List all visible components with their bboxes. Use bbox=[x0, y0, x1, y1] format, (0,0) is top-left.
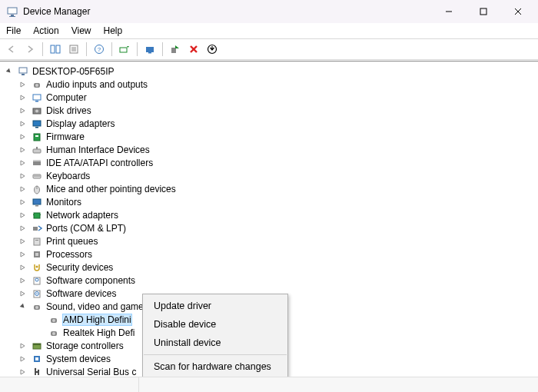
chevron-icon[interactable] bbox=[18, 302, 28, 311]
menu-action[interactable]: Action bbox=[33, 25, 58, 36]
tree-category[interactable]: Monitors bbox=[3, 195, 536, 208]
close-button[interactable] bbox=[500, 1, 535, 22]
chevron-icon[interactable] bbox=[18, 132, 28, 141]
minimize-button[interactable] bbox=[431, 1, 466, 22]
svg-rect-49 bbox=[35, 240, 38, 241]
enable-device-button[interactable] bbox=[167, 41, 184, 58]
category-label: Security devices bbox=[46, 262, 113, 273]
tree-root[interactable]: DESKTOP-05F65IP bbox=[3, 65, 536, 78]
uninstall-device-button[interactable] bbox=[185, 41, 202, 58]
tree-category[interactable]: Computer bbox=[3, 91, 536, 104]
category-label: Human Interface Devices bbox=[46, 145, 150, 155]
chevron-icon[interactable] bbox=[18, 184, 28, 194]
category-label: Computer bbox=[46, 92, 87, 103]
svg-rect-30 bbox=[33, 121, 41, 126]
category-icon bbox=[31, 261, 43, 274]
cm-uninstall-device[interactable]: Uninstall device bbox=[143, 334, 287, 352]
cm-scan-hardware[interactable]: Scan for hardware changes bbox=[143, 357, 287, 376]
svg-rect-31 bbox=[35, 127, 38, 128]
chevron-icon[interactable] bbox=[18, 145, 28, 154]
tree-category[interactable]: Human Interface Devices bbox=[3, 143, 536, 156]
tree-category[interactable]: Audio inputs and outputs bbox=[3, 78, 536, 91]
menu-file[interactable]: File bbox=[6, 25, 21, 36]
category-label: System devices bbox=[46, 354, 111, 364]
svg-rect-26 bbox=[33, 95, 41, 100]
svg-rect-43 bbox=[35, 205, 38, 207]
update-driver-button[interactable] bbox=[116, 41, 133, 58]
properties-button[interactable] bbox=[65, 41, 82, 58]
tree-category[interactable]: Firmware bbox=[3, 130, 536, 143]
category-label: Mice and other pointing devices bbox=[46, 184, 176, 194]
tree-category[interactable]: Keyboards bbox=[3, 169, 536, 182]
tree-category[interactable]: Ports (COM & LPT) bbox=[3, 221, 536, 234]
category-icon bbox=[31, 91, 43, 104]
svg-rect-23 bbox=[22, 74, 25, 75]
menu-view[interactable]: View bbox=[71, 25, 91, 36]
cm-disable-device[interactable]: Disable device bbox=[143, 315, 287, 334]
category-icon bbox=[31, 157, 43, 169]
category-icon bbox=[31, 287, 43, 300]
svg-point-63 bbox=[52, 332, 55, 335]
chevron-icon[interactable] bbox=[18, 224, 28, 233]
app-icon bbox=[6, 5, 18, 18]
svg-rect-7 bbox=[51, 45, 55, 53]
svg-point-68 bbox=[35, 367, 36, 369]
chevron-icon[interactable] bbox=[18, 119, 28, 128]
tree-category[interactable]: Print queues bbox=[3, 234, 536, 247]
chevron-icon[interactable] bbox=[18, 354, 28, 364]
disable-device-button[interactable] bbox=[204, 41, 221, 58]
chevron-icon[interactable] bbox=[18, 276, 28, 285]
chevron-icon[interactable] bbox=[18, 198, 28, 207]
cm-update-driver[interactable]: Update driver bbox=[143, 297, 287, 315]
show-hide-tree-button[interactable] bbox=[47, 41, 64, 58]
chevron-icon[interactable] bbox=[18, 158, 28, 168]
category-label: Processors bbox=[46, 249, 92, 260]
back-button[interactable] bbox=[3, 41, 20, 58]
svg-rect-42 bbox=[33, 199, 41, 204]
category-icon bbox=[31, 248, 43, 261]
chevron-icon[interactable] bbox=[18, 263, 28, 272]
tree-root-label: DESKTOP-05F65IP bbox=[32, 66, 115, 77]
category-label: Firmware bbox=[46, 131, 85, 142]
chevron-icon[interactable] bbox=[18, 250, 28, 259]
tree-category[interactable]: Display adapters bbox=[3, 117, 536, 130]
category-label: Software components bbox=[46, 275, 135, 286]
chevron-icon[interactable] bbox=[18, 341, 28, 350]
chevron-icon[interactable] bbox=[18, 237, 28, 246]
svg-point-61 bbox=[52, 319, 55, 322]
tree-category[interactable]: Security devices bbox=[3, 261, 536, 274]
device-label-realtek: Realtek High Defi bbox=[63, 327, 134, 338]
svg-rect-45 bbox=[33, 214, 34, 215]
help-button[interactable]: ? bbox=[91, 41, 108, 58]
category-icon bbox=[31, 131, 43, 143]
chevron-icon[interactable] bbox=[18, 171, 28, 181]
tree-category[interactable]: Mice and other pointing devices bbox=[3, 182, 536, 195]
chevron-icon[interactable] bbox=[18, 289, 28, 298]
category-icon bbox=[31, 353, 43, 365]
tree-category[interactable]: Processors bbox=[3, 247, 536, 261]
chevron-icon[interactable] bbox=[18, 106, 28, 115]
chevron-icon[interactable] bbox=[18, 80, 28, 89]
chevron-icon[interactable] bbox=[18, 367, 28, 377]
category-icon bbox=[31, 118, 43, 130]
device-label-amd: AMD High Defini bbox=[63, 314, 131, 325]
maximize-button[interactable] bbox=[466, 1, 500, 22]
svg-rect-2 bbox=[9, 16, 15, 17]
svg-point-25 bbox=[35, 84, 38, 87]
forward-button[interactable] bbox=[22, 41, 38, 58]
tree-category[interactable]: Software components bbox=[3, 274, 536, 287]
tree-category[interactable]: IDE ATA/ATAPI controllers bbox=[3, 156, 536, 169]
chevron-icon[interactable] bbox=[18, 93, 28, 102]
svg-rect-27 bbox=[35, 101, 38, 102]
category-icon bbox=[31, 274, 43, 287]
chevron-down-icon[interactable] bbox=[5, 67, 14, 76]
category-label: Print queues bbox=[46, 236, 98, 247]
tree-category[interactable]: Network adapters bbox=[3, 208, 536, 221]
tree-category[interactable]: Disk drives bbox=[3, 104, 536, 117]
scan-hardware-button[interactable] bbox=[141, 41, 158, 58]
svg-rect-8 bbox=[56, 45, 60, 53]
category-icon bbox=[31, 196, 43, 208]
chevron-icon[interactable] bbox=[18, 211, 28, 220]
category-icon bbox=[31, 301, 43, 313]
menu-help[interactable]: Help bbox=[104, 25, 123, 36]
